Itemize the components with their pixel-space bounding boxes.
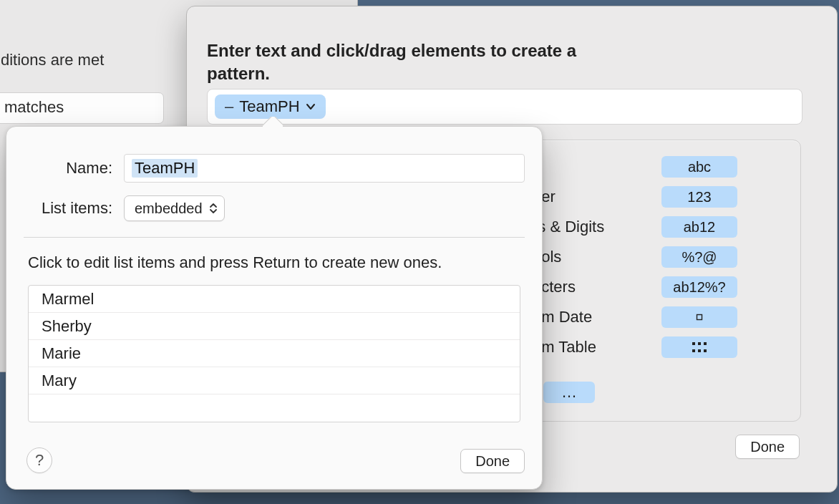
list-popover: Name: TeamPH List items: embedded Click … (6, 126, 543, 490)
popover-done-wrap: Done (460, 449, 525, 473)
name-input-value: TeamPH (132, 159, 198, 178)
list-items-select[interactable]: embedded (124, 195, 225, 221)
type-row-table[interactable]: om Table (533, 332, 737, 362)
type-pill-letters-digits[interactable]: ab12 (661, 216, 737, 238)
pattern-token-prefix: – (225, 97, 233, 116)
type-row-characters[interactable]: acters ab12%? (533, 272, 737, 302)
type-row-symbols[interactable]: bols %?@ (533, 242, 737, 272)
matches-selector[interactable]: matches (0, 92, 164, 124)
matches-selector-label: matches (4, 98, 64, 116)
chevron-down-icon (306, 102, 316, 112)
pattern-token-text: TeamPH (239, 97, 299, 116)
list-item[interactable] (29, 394, 520, 422)
svg-rect-6 (704, 349, 707, 352)
table-icon (692, 342, 707, 352)
type-row-number[interactable]: ber 123 (533, 182, 737, 212)
divider (24, 237, 525, 238)
name-label: Name: (24, 159, 112, 178)
help-button[interactable]: ? (26, 447, 52, 473)
svg-rect-2 (698, 342, 701, 345)
svg-rect-1 (692, 342, 695, 345)
pattern-token[interactable]: – TeamPH (215, 94, 326, 119)
list-items-label: List items: (24, 199, 112, 218)
list-items-select-value: embedded (135, 200, 203, 217)
pattern-instruction: Enter text and click/drag elements to cr… (207, 39, 608, 86)
placeholder-icon (695, 313, 704, 321)
list-item[interactable]: Marie (29, 340, 520, 367)
svg-rect-4 (692, 349, 695, 352)
updown-caret-icon (208, 202, 218, 215)
pattern-types-rows: l abc ber 123 rs & Digits ab12 bols %?@ … (533, 152, 737, 362)
list-item[interactable]: Sherby (29, 313, 520, 340)
ellipsis-icon: … (561, 383, 577, 402)
type-pill-letters[interactable]: abc (661, 156, 737, 178)
type-row-label: rs & Digits (533, 218, 604, 236)
type-pill-table[interactable] (661, 336, 737, 358)
type-row-date[interactable]: om Date (533, 302, 737, 332)
type-row-letters-digits[interactable]: rs & Digits ab12 (533, 212, 737, 242)
list-item[interactable]: Mary (29, 367, 520, 394)
list-hint: Click to edit list items and press Retur… (28, 253, 525, 272)
type-pill-date[interactable] (661, 306, 737, 328)
type-row-letters[interactable]: l abc (533, 152, 737, 182)
type-pill-characters[interactable]: ab12%? (661, 276, 737, 298)
list-items-box[interactable]: Marmel Sherby Marie Mary (28, 285, 520, 422)
pattern-done-button-wrap: Done (735, 435, 800, 459)
svg-rect-0 (697, 315, 702, 320)
svg-rect-5 (698, 349, 701, 352)
popover-done-button[interactable]: Done (460, 449, 525, 473)
pattern-input-bar[interactable]: – TeamPH (207, 89, 802, 125)
list-item[interactable]: Marmel (29, 286, 520, 313)
more-types-button[interactable]: … (543, 382, 595, 403)
svg-rect-3 (704, 342, 707, 345)
type-pill-symbols[interactable]: %?@ (661, 246, 737, 268)
help-icon: ? (35, 451, 44, 470)
pattern-done-button[interactable]: Done (735, 435, 800, 459)
name-input[interactable]: TeamPH (124, 154, 525, 183)
popover-arrow (263, 117, 283, 127)
type-pill-number[interactable]: 123 (661, 186, 737, 208)
conditions-label: ditions are met (1, 51, 104, 69)
